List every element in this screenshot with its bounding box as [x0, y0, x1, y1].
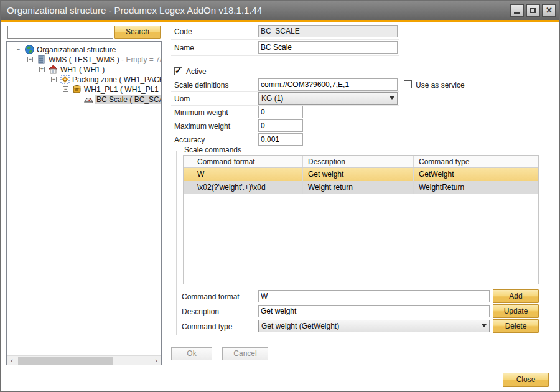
pallet-icon: [72, 85, 82, 94]
close-window-button[interactable]: ✕: [542, 4, 556, 17]
tree-item-label[interactable]: WMS ( TEST_WMS ) - Empty = 7/27: [49, 55, 162, 64]
command-format-label: Command format: [182, 292, 240, 301]
use-as-service-label: Use as service: [416, 81, 465, 90]
cell-command-type[interactable]: WeightReturn: [414, 181, 538, 194]
table-row[interactable]: \x02(?'weight'.+)\x0d Weight return Weig…: [184, 181, 538, 194]
scale-commands-table: Command format Description Command type …: [183, 155, 539, 284]
scroll-left-icon[interactable]: ‹: [7, 356, 17, 365]
building-icon: [37, 55, 47, 64]
expand-toggle-icon[interactable]: +: [39, 67, 45, 72]
update-button[interactable]: Update: [493, 304, 539, 318]
house-icon: [49, 65, 58, 74]
tree-item-label[interactable]: WH1 ( WH1 ): [60, 65, 105, 74]
maximum-weight-label: Maximum weight: [174, 122, 230, 131]
delete-button[interactable]: Delete: [493, 319, 539, 333]
tree-item-wh1-pl1[interactable]: − WH1_PL1 ( WH1_PL1 ): [7, 85, 161, 95]
minimum-weight-field[interactable]: [258, 106, 303, 118]
tree-item-label[interactable]: WH1_PL1 ( WH1_PL1 ): [84, 85, 162, 94]
maximize-button[interactable]: [526, 4, 540, 17]
active-checkbox[interactable]: [174, 67, 182, 75]
uom-label: Uom: [174, 95, 190, 103]
column-header-command-type[interactable]: Command type: [414, 156, 538, 167]
org-structure-tree: − Organizational structure − WMS ( TEST_…: [6, 41, 162, 365]
cell-description[interactable]: Get weight: [303, 168, 414, 181]
command-type-label: Command type: [182, 322, 232, 331]
command-type-dropdown[interactable]: Get weight (GetWeight): [258, 320, 490, 332]
accuracy-label: Accuracy: [174, 136, 205, 144]
description-label: Description: [182, 307, 219, 316]
uom-dropdown[interactable]: KG (1): [258, 92, 398, 105]
active-label: Active: [186, 67, 207, 76]
packing-zone-icon: [60, 75, 70, 84]
cell-command-format[interactable]: W: [192, 168, 303, 181]
description-field[interactable]: [258, 305, 490, 317]
scale-definitions-label: Scale definitions: [174, 81, 228, 90]
row-selector-cell[interactable]: [184, 168, 192, 181]
tree-item-label[interactable]: Packing zone ( WH1_PACK ): [72, 75, 162, 84]
tree-horizontal-scrollbar[interactable]: ‹ ›: [7, 355, 161, 365]
scale-commands-group-label: Scale commands: [182, 146, 244, 154]
code-field: [258, 25, 398, 37]
minimum-weight-label: Minimum weight: [174, 108, 228, 117]
column-header-command-format[interactable]: Command format: [192, 156, 303, 167]
app-window: Organizational structure - Produmex Loge…: [0, 0, 560, 392]
minimize-button[interactable]: [510, 4, 524, 17]
name-label: Name: [174, 44, 194, 52]
name-field[interactable]: [258, 41, 398, 54]
window-title: Organizational structure - Produmex Loge…: [7, 5, 262, 16]
close-button[interactable]: Close: [503, 373, 549, 387]
tree-item-wms[interactable]: − WMS ( TEST_WMS ) - Empty = 7/27: [7, 55, 161, 65]
bottom-divider: [1, 368, 559, 368]
cell-command-type[interactable]: GetWeight: [414, 168, 538, 181]
ok-button[interactable]: Ok: [171, 347, 212, 360]
tree-item-suffix: - Empty = 7/27: [119, 55, 162, 64]
maximum-weight-field[interactable]: [258, 119, 303, 132]
collapse-toggle-icon[interactable]: −: [63, 86, 68, 92]
row-selector-cell[interactable]: [184, 181, 192, 194]
scroll-right-icon[interactable]: ›: [151, 356, 161, 365]
command-format-field[interactable]: [258, 290, 490, 302]
table-header-row: Command format Description Command type: [184, 156, 538, 168]
maximize-icon: [530, 8, 536, 13]
use-as-service-checkbox[interactable]: [404, 80, 412, 88]
table-row[interactable]: W Get weight GetWeight: [184, 168, 538, 181]
scrollbar-thumb[interactable]: [18, 357, 113, 365]
tree-item-wh1[interactable]: + WH1 ( WH1 ): [7, 65, 161, 75]
row-selector-header: [184, 156, 192, 167]
tree-item-organizational-structure[interactable]: − Organizational structure: [7, 45, 161, 55]
gold-accent-bar: [1, 20, 559, 22]
tree-item-label[interactable]: BC Scale ( BC_SCALE ): [95, 95, 162, 104]
cancel-button[interactable]: Cancel: [222, 347, 268, 360]
column-header-description[interactable]: Description: [303, 156, 414, 167]
close-icon: ✕: [546, 6, 553, 14]
collapse-toggle-icon[interactable]: −: [16, 47, 21, 52]
collapse-toggle-icon[interactable]: −: [27, 57, 33, 62]
tree-item-label[interactable]: Organizational structure: [37, 45, 116, 54]
add-button[interactable]: Add: [493, 289, 539, 303]
cell-description[interactable]: Weight return: [303, 181, 414, 194]
chevron-down-icon: [390, 96, 394, 100]
chevron-down-icon: [482, 324, 487, 327]
scale-icon: [84, 95, 94, 104]
search-button[interactable]: Search: [114, 26, 161, 39]
globe-icon: [25, 45, 35, 54]
code-label: Code: [174, 27, 192, 36]
search-input[interactable]: [7, 26, 113, 39]
scale-definitions-field[interactable]: [258, 78, 398, 91]
minimize-icon: [514, 12, 520, 14]
accuracy-field[interactable]: [258, 133, 303, 146]
tree-item-bc-scale[interactable]: BC Scale ( BC_SCALE ): [7, 95, 161, 105]
cell-command-format[interactable]: \x02(?'weight'.+)\x0d: [192, 181, 303, 194]
collapse-toggle-icon[interactable]: −: [51, 77, 57, 82]
tree-item-packing-zone[interactable]: − Packing zone ( WH1_PACK ): [7, 75, 161, 85]
title-bar: Organizational structure - Produmex Loge…: [1, 1, 559, 20]
